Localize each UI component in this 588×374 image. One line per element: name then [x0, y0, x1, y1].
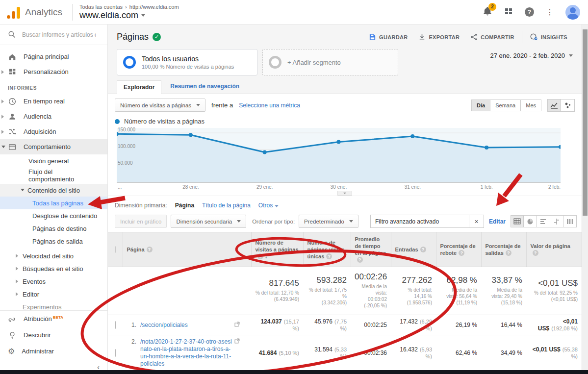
- edit-filter-link[interactable]: Editar: [489, 218, 506, 225]
- tab-explorer[interactable]: Explorador: [117, 80, 161, 94]
- metric-dropdown[interactable]: Número de visitas a páginas: [115, 99, 205, 112]
- advanced-filter-chip[interactable]: Filtro avanzado activado ×: [370, 215, 484, 228]
- breadcrumb[interactable]: Todas las cuentas › http://www.eldia.com: [79, 4, 179, 10]
- sidebar-item-exit-pages[interactable]: Páginas de salida: [0, 235, 107, 248]
- page-link[interactable]: /seccion/policiales: [140, 322, 233, 329]
- sidebar-item-behavior[interactable]: Comportamiento: [0, 139, 107, 154]
- breadcrumb-property[interactable]: http://www.eldia.com: [129, 4, 179, 10]
- behavior-icon: [8, 143, 17, 151]
- performance-view-button[interactable]: [537, 215, 550, 227]
- column-header-page[interactable]: Página?: [123, 232, 251, 267]
- column-header-exit[interactable]: Porcentaje de salidas?: [481, 232, 526, 267]
- account-avatar[interactable]: [565, 5, 580, 20]
- sidebar-item-admin[interactable]: ⚙ Administrar: [0, 343, 107, 359]
- dimension-page-title[interactable]: Título de la página: [202, 202, 251, 209]
- row-checkbox[interactable]: [115, 321, 116, 329]
- sidebar-item-publisher[interactable]: Editor: [0, 288, 107, 300]
- notifications-button[interactable]: 2: [483, 6, 492, 18]
- secondary-dimension-dropdown[interactable]: Dimensión secundaria: [171, 215, 246, 228]
- column-header-time[interactable]: Promedio de tiempo en la página?: [351, 232, 391, 267]
- column-header-value[interactable]: Valor de página?: [526, 232, 582, 267]
- chart-collapse-handle[interactable]: [337, 191, 352, 196]
- add-segment-button[interactable]: + Añadir segmento: [262, 49, 398, 75]
- motion-chart-toggle-button[interactable]: [561, 99, 575, 112]
- help-icon[interactable]: ?: [326, 253, 332, 259]
- help-icon[interactable]: ?: [506, 250, 511, 256]
- column-header-bounce[interactable]: Porcentaje de rebote?: [436, 232, 481, 267]
- share-icon: [470, 33, 478, 41]
- column-header-unique[interactable]: Número de páginas vistas únicas?: [303, 232, 351, 267]
- sidebar-item-label: Comportamiento: [24, 143, 71, 150]
- data-view-button[interactable]: [511, 215, 524, 227]
- summary-entrances: 277.262% del total: 14,16 %(1.958.576): [391, 267, 436, 315]
- breadcrumb-account[interactable]: Todas las cuentas: [79, 4, 123, 10]
- granularity-month-button[interactable]: Mes: [521, 100, 541, 111]
- sort-type-dropdown[interactable]: Predeterminado: [299, 215, 358, 228]
- sort-type-label: Ordenar por tipo:: [252, 219, 295, 224]
- page-link[interactable]: /nota/2020-1-27-2-37-40-otro-asesinato-e…: [140, 338, 233, 368]
- clear-filter-button[interactable]: ×: [469, 215, 484, 227]
- segment-all-users[interactable]: Todos los usuarios 100,00 % Número de vi…: [117, 49, 257, 75]
- sidebar-item-events[interactable]: Eventos: [0, 275, 107, 288]
- external-link-icon[interactable]: [234, 322, 240, 328]
- date-range-selector[interactable]: 27 ene. 2020 - 2 feb. 2020: [490, 49, 573, 59]
- share-button[interactable]: COMPARTIR: [465, 31, 520, 43]
- sidebar-item-audience[interactable]: Audiencia: [0, 109, 107, 124]
- sidebar-item-all-pages[interactable]: Todas las páginas: [0, 197, 107, 209]
- search-input[interactable]: [22, 31, 96, 38]
- sidebar-item-behavior-overview[interactable]: Visión general: [0, 154, 107, 167]
- granularity-week-button[interactable]: Semana: [490, 100, 521, 111]
- sidebar-item-label: Administrar: [22, 348, 54, 355]
- sidebar-item-site-speed[interactable]: Velocidad del sitio: [0, 249, 107, 262]
- breadcrumb-separator-icon: ›: [125, 4, 127, 10]
- sidebar-item-label: Audiencia: [24, 113, 51, 120]
- insights-button[interactable]: INSIGHTS: [522, 31, 573, 43]
- help-icon[interactable]: ?: [533, 250, 538, 256]
- line-chart-toggle-button[interactable]: [547, 99, 561, 112]
- row-checkbox[interactable]: [115, 349, 116, 357]
- overflow-menu-button[interactable]: ⋮: [546, 7, 554, 17]
- plot-rows-button[interactable]: Incluir en gráfico: [115, 215, 167, 228]
- tab-navigation-summary[interactable]: Resumen de navegación: [170, 83, 239, 90]
- legend-dot-icon: [115, 119, 120, 124]
- sidebar-item-content-drilldown[interactable]: Desglose de contenido: [0, 209, 107, 222]
- sidebar-item-site-content[interactable]: Contenido del sitio: [0, 184, 107, 197]
- pie-chart-icon: [527, 218, 534, 225]
- granularity-day-button[interactable]: Día: [471, 100, 490, 111]
- save-button[interactable]: GUARDAR: [363, 31, 413, 43]
- sidebar-item-attribution[interactable]: AtribuciónBETA: [0, 311, 107, 327]
- pageviews-chart[interactable]: 50.000100.000150.000: [117, 128, 561, 183]
- column-header-entrances[interactable]: Entradas?: [391, 232, 436, 267]
- sidebar-item-realtime[interactable]: En tiempo real: [0, 94, 107, 109]
- chevron-down-icon: [349, 220, 353, 223]
- sidebar-item-landing-pages[interactable]: Páginas de destino: [0, 222, 107, 235]
- sidebar-item-acquisition[interactable]: Adquisición: [0, 124, 107, 139]
- help-icon[interactable]: ?: [459, 250, 464, 256]
- sidebar-item-behavior-flow[interactable]: Flujo del comportamiento: [0, 167, 107, 184]
- select-all-checkbox[interactable]: [115, 246, 116, 253]
- sidebar-item-site-search[interactable]: Búsquedas en el sitio: [0, 262, 107, 275]
- column-header-views[interactable]: Número de visitas a páginas?↓: [251, 232, 303, 267]
- export-button[interactable]: EXPORTAR: [413, 31, 465, 43]
- sidebar-item-home[interactable]: Página principal: [0, 49, 107, 64]
- help-icon[interactable]: ?: [420, 247, 426, 252]
- select-metric-link[interactable]: Seleccione una métrica: [239, 102, 300, 109]
- row-rank: 2.: [127, 338, 136, 345]
- summary-time: 00:02:26Media de la vista:00:03:02(-20,0…: [351, 267, 391, 315]
- help-icon[interactable]: ?: [147, 247, 153, 252]
- percentage-view-button[interactable]: [524, 215, 537, 227]
- help-icon[interactable]: ?: [357, 257, 363, 263]
- dimension-page[interactable]: Página: [175, 202, 194, 209]
- comparison-view-button[interactable]: [550, 215, 563, 227]
- apps-grid-button[interactable]: [504, 7, 513, 18]
- scrollbar-thumb[interactable]: [583, 29, 588, 216]
- sidebar-item-discover[interactable]: Descubrir: [0, 327, 107, 343]
- help-icon[interactable]: ?: [257, 253, 263, 259]
- vertical-scrollbar[interactable]: [582, 25, 588, 374]
- sidebar-item-personalization[interactable]: Personalización: [0, 64, 107, 79]
- pivot-view-button[interactable]: [563, 215, 577, 227]
- external-link-icon[interactable]: [234, 338, 240, 345]
- dimension-other-dropdown[interactable]: Otros: [258, 202, 279, 209]
- help-button[interactable]: ?: [525, 7, 534, 17]
- property-selector[interactable]: www.eldia.com: [79, 10, 179, 21]
